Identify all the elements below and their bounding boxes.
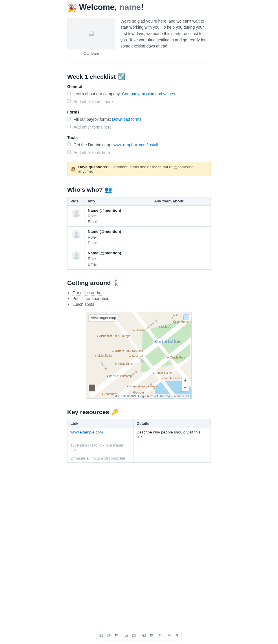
pics-cell[interactable] xyxy=(67,227,85,248)
checklist-item[interactable]: Add other tools here xyxy=(67,149,211,157)
list-item[interactable]: Lunch spots xyxy=(72,301,211,307)
map-poi[interactable]: Alchemist Bar & Lounge xyxy=(96,334,130,338)
pics-cell[interactable] xyxy=(67,205,85,227)
page-title: 🎉Welcome, name! xyxy=(67,2,211,13)
map-poi[interactable]: Saison xyxy=(133,328,145,332)
resources-table[interactable]: LinkDetails www.example.comDescribe why … xyxy=(67,419,211,463)
resources-heading-text: Key resources xyxy=(67,409,111,415)
checkbox[interactable] xyxy=(67,117,71,120)
ask-cell[interactable] xyxy=(151,205,211,227)
details-cell[interactable]: Describe why people should visit this li… xyxy=(133,428,211,441)
map[interactable]: TRESSouth Beach YacMoMo'sSaisonAlchemist… xyxy=(86,312,192,399)
table-row[interactable]: Name (@mention)RoleEmail xyxy=(67,248,211,269)
bullet-text[interactable]: Lunch spots xyxy=(72,302,94,307)
checklist-item[interactable]: Get the Dropbox app: www.dropbox.com/ins… xyxy=(67,141,211,149)
pics-cell[interactable] xyxy=(67,248,85,269)
table-header: Info xyxy=(85,197,151,205)
title-name-placeholder[interactable]: name xyxy=(119,3,141,12)
details-cell[interactable] xyxy=(133,441,211,454)
callout-text: Have questions? Comment in this doc or r… xyxy=(78,165,207,173)
ask-cell[interactable] xyxy=(151,227,211,248)
checklist-link[interactable]: www.dropbox.com/install xyxy=(114,142,158,147)
checklist: Get the Dropbox app: www.dropbox.com/ins… xyxy=(67,141,211,157)
checkbox[interactable] xyxy=(67,99,71,103)
checkbox[interactable] xyxy=(67,142,71,146)
bullet-text[interactable]: Our office address xyxy=(72,290,105,296)
map-poi[interactable]: MoMo's xyxy=(158,325,171,328)
info-cell[interactable]: Name (@mention)RoleEmail xyxy=(85,227,151,248)
week1-heading: Week 1 checklist ☑️ xyxy=(67,73,211,80)
list-item[interactable]: Public transportation xyxy=(72,296,211,301)
table-header: Details xyxy=(133,419,211,428)
checkbox-emoji: ☑️ xyxy=(118,73,125,80)
google-logo: Google xyxy=(133,391,144,394)
table-row[interactable]: Or paste a link to a Dropbox file xyxy=(67,454,211,462)
map-poi[interactable]: Lucky Strike xyxy=(115,362,133,365)
checkbox[interactable] xyxy=(67,92,71,95)
list-item[interactable]: Our office address xyxy=(72,290,211,296)
image-caption: Our team xyxy=(67,51,115,56)
team-image-placeholder[interactable] xyxy=(67,18,115,50)
table-row[interactable]: Name (@mention)RoleEmail xyxy=(67,227,211,248)
zoom-in-button[interactable]: + xyxy=(182,377,189,384)
checklist-placeholder[interactable]: Add other forms here xyxy=(74,125,112,129)
table-row[interactable]: Type plus (+) to link to a Paper doc xyxy=(67,441,211,454)
map-poi[interactable]: District San Francisco xyxy=(112,349,143,353)
table-row[interactable]: www.example.comDescribe why people shoul… xyxy=(67,428,211,441)
map-poi[interactable]: Public House xyxy=(153,371,173,375)
map-attribution[interactable]: Map data ©2019 Google Terms of Use Repor… xyxy=(114,394,190,398)
map-poi[interactable]: Barry's Bootcamp xyxy=(106,374,132,378)
link-cell[interactable]: Or paste a link to a Dropbox file xyxy=(67,454,134,462)
callout-mention[interactable]: @someone xyxy=(173,165,193,169)
map-poi[interactable]: Oracle Park xyxy=(167,356,185,359)
map-center-label: King St & 2nd St 🚌 xyxy=(155,340,180,343)
info-cell[interactable]: Name (@mention)RoleEmail xyxy=(85,248,151,269)
title-prefix: Welcome, xyxy=(79,3,119,12)
callout-emoji: 🙋 xyxy=(71,167,76,171)
checklist-group-title: Forms xyxy=(67,110,211,114)
ask-cell[interactable] xyxy=(151,248,211,269)
avatar-placeholder xyxy=(72,209,81,217)
map-poi[interactable]: Taco Bell xyxy=(129,354,143,358)
resources-heading: Key resources 🔑 xyxy=(67,409,211,416)
map-poi[interactable]: Little Skillet xyxy=(95,354,112,357)
getting-around-heading-text: Getting around xyxy=(67,279,112,286)
checklist: Learn about our company: Company mission… xyxy=(67,90,211,106)
checklist-item[interactable]: Learn about our company: Company mission… xyxy=(67,90,211,98)
details-cell[interactable] xyxy=(133,454,211,462)
zoom-out-button[interactable]: − xyxy=(182,384,189,391)
callout-after: anytime. xyxy=(78,169,93,173)
link-cell[interactable]: Type plus (+) to link to a Paper doc xyxy=(67,441,134,454)
whoswho-table[interactable]: PicsInfoAsk them about Name (@mention)Ro… xyxy=(67,197,211,270)
checkbox[interactable] xyxy=(67,150,71,154)
info-cell[interactable]: Name (@mention)RoleEmail xyxy=(85,205,151,227)
resource-link[interactable]: www.example.com xyxy=(70,430,103,434)
checklist-link[interactable]: Company mission and values xyxy=(122,92,175,96)
map-poi[interactable]: TRES xyxy=(173,313,183,317)
checklist: Fill out payroll forms: Download formsAd… xyxy=(67,116,211,131)
getting-around-bullets: Our office addressPublic transportationL… xyxy=(67,290,211,307)
intro-body[interactable]: We're so glad you're here, and we can't … xyxy=(120,18,211,50)
checklist-placeholder[interactable]: Add other tools here xyxy=(74,150,110,155)
checklist-text: Learn about our company: xyxy=(74,92,122,96)
people-emoji: 👥 xyxy=(105,186,112,193)
checklist-item[interactable]: Add other to-dos here xyxy=(67,98,211,106)
link-cell[interactable]: www.example.com xyxy=(67,428,134,441)
checklist-group-title: Tools xyxy=(67,135,211,140)
table-row[interactable]: Name (@mention)RoleEmail xyxy=(67,205,211,227)
intro-image-block: Our team xyxy=(67,18,115,56)
map-satellite-toggle[interactable] xyxy=(88,384,96,391)
checkbox[interactable] xyxy=(67,125,71,128)
title-suffix: ! xyxy=(141,3,144,12)
checklist-item[interactable]: Fill out payroll forms: Download forms xyxy=(67,116,211,123)
bullet-text[interactable]: Public transportation xyxy=(72,296,109,301)
checklist-item[interactable]: Add other forms here xyxy=(67,123,211,131)
map-signin-icon[interactable] xyxy=(183,314,189,320)
whoswho-heading: Who's who? 👥 xyxy=(67,186,211,193)
view-larger-map-button[interactable]: View larger map xyxy=(88,314,118,321)
checklist-groups: GeneralLearn about our company: Company … xyxy=(67,84,211,157)
checklist-placeholder[interactable]: Add other to-dos here xyxy=(74,99,113,104)
callout-strong: Have questions? xyxy=(78,165,109,169)
confetti-emoji: 🎉 xyxy=(67,3,77,12)
checklist-link[interactable]: Download forms xyxy=(112,117,141,122)
